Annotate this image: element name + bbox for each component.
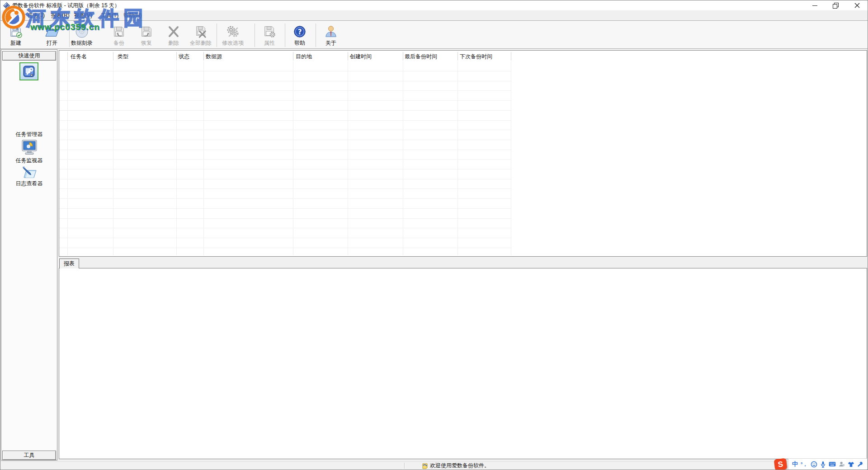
close-icon bbox=[854, 3, 860, 8]
burn-button[interactable]: 数据刻录 bbox=[61, 24, 102, 47]
ime-toolbar: S 中 °， bbox=[774, 458, 868, 470]
help-button-label: 帮助 bbox=[294, 39, 305, 47]
about-person-icon bbox=[324, 24, 338, 39]
open-button-label: 打开 bbox=[47, 39, 57, 47]
tab-report[interactable]: 报表 bbox=[59, 258, 79, 268]
menu-view[interactable]: 视图(V) bbox=[72, 10, 94, 20]
restore-button-label: 恢复 bbox=[141, 39, 152, 47]
properties-button-label: 属性 bbox=[264, 39, 275, 47]
modify-options-button-label: 修改选项 bbox=[222, 39, 244, 47]
toolbar: 新建 打开 数据刻录 bbox=[0, 20, 868, 49]
delete-all-floppy-icon bbox=[193, 24, 208, 39]
ime-panel: 中 °， bbox=[788, 458, 868, 470]
sogou-logo-icon[interactable]: S bbox=[774, 458, 788, 470]
new-floppy-check-icon bbox=[9, 24, 23, 39]
ime-account-icon[interactable] bbox=[839, 461, 845, 467]
help-question-icon: ? bbox=[292, 24, 307, 39]
sidebar-item-task-manager-label[interactable]: 任务管理器 bbox=[1, 131, 57, 138]
column-header-last-backup-time[interactable]: 最后备份时间 bbox=[405, 52, 437, 61]
column-header-created-time[interactable]: 创建时间 bbox=[350, 52, 372, 61]
menu-report[interactable]: 报表(R) bbox=[49, 10, 71, 20]
restore-icon bbox=[833, 3, 838, 8]
sidebar-item-task-monitor[interactable] bbox=[21, 139, 38, 157]
ime-microphone-icon[interactable] bbox=[820, 461, 826, 468]
backup-button-label: 备份 bbox=[113, 39, 124, 47]
ime-skin-tshirt-icon[interactable] bbox=[848, 461, 854, 467]
new-button[interactable]: 新建 bbox=[0, 24, 36, 47]
report-panel bbox=[59, 268, 867, 459]
menu-task[interactable]: 任务(J) bbox=[26, 10, 47, 20]
delete-all-button-label: 全部删除 bbox=[190, 39, 212, 47]
restore-floppy-icon bbox=[139, 24, 154, 39]
minimize-icon bbox=[812, 5, 817, 6]
ime-keyboard-icon[interactable] bbox=[829, 461, 836, 467]
menu-help[interactable]: 帮助(H) bbox=[122, 10, 144, 20]
burn-button-label: 数据刻录 bbox=[71, 39, 93, 47]
menu-bar: 文件(F) 任务(J) 报表(R) 视图(V) 工具(T) 帮助(H) bbox=[0, 10, 868, 20]
about-button[interactable]: 关于 bbox=[311, 24, 351, 47]
column-header-next-backup-time[interactable]: 下次备份时间 bbox=[460, 52, 492, 61]
delete-button-label: 删除 bbox=[168, 39, 179, 47]
minimize-button[interactable] bbox=[804, 0, 825, 10]
sidebar-item-task-manager[interactable] bbox=[19, 62, 38, 80]
sidebar: 快速使用 任务管理器 任务监视器 bbox=[1, 49, 57, 461]
backup-floppy-icon bbox=[112, 24, 126, 39]
column-header-task-name[interactable]: 任务名 bbox=[71, 52, 87, 61]
open-folder-icon bbox=[45, 24, 59, 39]
tools-footer-button[interactable]: 工具 bbox=[2, 451, 56, 460]
modify-options-gears-icon bbox=[226, 24, 240, 39]
ime-emoji-icon[interactable] bbox=[811, 461, 817, 468]
ime-settings-wrench-icon[interactable] bbox=[857, 461, 863, 467]
about-button-label: 关于 bbox=[326, 39, 336, 47]
sidebar-item-log-viewer-label[interactable]: 日志查看器 bbox=[1, 180, 57, 188]
menu-file[interactable]: 文件(F) bbox=[3, 10, 24, 20]
modify-options-button[interactable]: 修改选项 bbox=[212, 24, 253, 47]
status-message: 欢迎使用爱数备份软件。 bbox=[430, 461, 490, 470]
welcome-note-icon bbox=[422, 463, 428, 469]
column-header-data-source[interactable]: 数据源 bbox=[206, 52, 222, 61]
column-header-destination[interactable]: 目的地 bbox=[296, 52, 312, 61]
svg-text:?: ? bbox=[298, 28, 302, 36]
app-diamond-icon bbox=[3, 2, 10, 9]
close-button[interactable] bbox=[847, 0, 868, 10]
menu-tools[interactable]: 工具(T) bbox=[99, 10, 120, 20]
application-window: 爱数备份软件 标准版 - 试用版（剩余 15 天） 文件(F) 任务(J) 报表… bbox=[0, 0, 868, 470]
delete-x-icon bbox=[166, 24, 181, 39]
ime-language-mode-button[interactable]: 中 bbox=[792, 460, 798, 468]
new-button-label: 新建 bbox=[10, 39, 21, 47]
log-viewer-icon bbox=[20, 165, 38, 179]
ime-punctuation-button[interactable]: °， bbox=[801, 461, 807, 468]
column-header-type[interactable]: 类型 bbox=[118, 52, 128, 61]
sidebar-item-task-monitor-label[interactable]: 任务监视器 bbox=[1, 157, 57, 164]
restore-button[interactable] bbox=[825, 0, 846, 10]
properties-floppy-icon bbox=[262, 24, 277, 39]
task-monitor-icon bbox=[21, 139, 38, 155]
title-bar: 爱数备份软件 标准版 - 试用版（剩余 15 天） bbox=[0, 0, 868, 10]
sidebar-item-log-viewer[interactable] bbox=[20, 165, 38, 181]
window-title: 爱数备份软件 标准版 - 试用版（剩余 15 天） bbox=[12, 0, 120, 10]
task-manager-icon bbox=[23, 66, 35, 77]
status-bar-divider bbox=[404, 463, 405, 469]
task-table: 任务名 类型 状态 数据源 目的地 创建时间 最后备份时间 下次备份时间 bbox=[59, 50, 867, 257]
column-header-status[interactable]: 状态 bbox=[179, 52, 189, 61]
burn-cd-icon bbox=[75, 24, 89, 39]
quick-use-header-button[interactable]: 快速使用 bbox=[2, 51, 56, 61]
